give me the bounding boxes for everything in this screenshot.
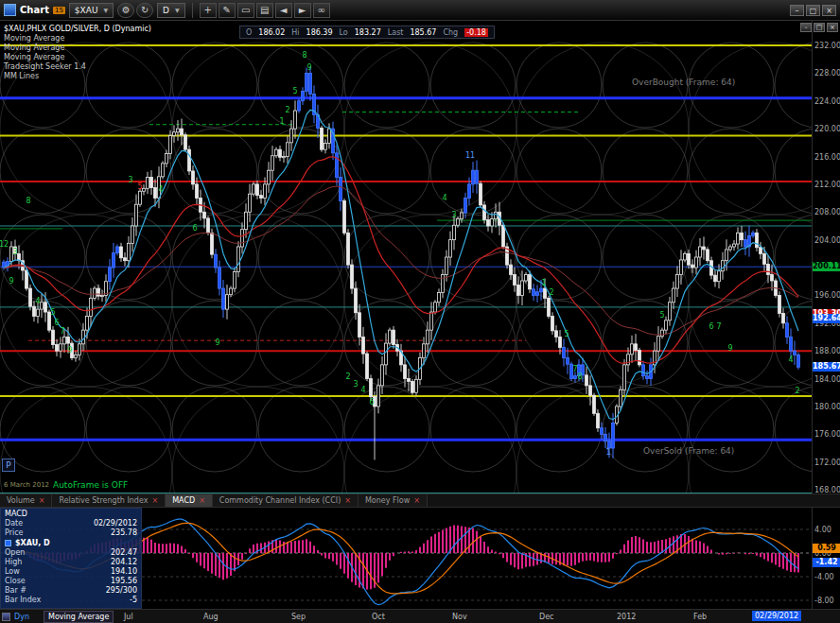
price-tick-label: 180.00 [814, 403, 840, 411]
seeker-mark: 4 [158, 185, 163, 194]
forward-icon[interactable]: ► [294, 3, 311, 18]
databox-cursor-rows: Date02/29/2012Price235.78 [5, 519, 137, 538]
quote-value: 186.39 [306, 28, 333, 37]
price-tick-label: 228.00 [814, 69, 840, 78]
seeker-mark: 1 [279, 117, 284, 126]
overbought-label: OverBought (Frame: 64) [632, 78, 735, 87]
tab-commodity-channel-index-cci-[interactable]: Commodity Channel Index (CCI)× [213, 494, 359, 507]
symbol-dropdown[interactable]: $XAU ▼ [69, 3, 114, 18]
legend-item: Moving Average [4, 34, 151, 43]
quote-bar: O186.02Hi186.39Lo183.27Last185.67Chg-0.1… [239, 26, 495, 39]
price-tick-label: 232.00 [814, 42, 840, 50]
seeker-mark: 1 [605, 448, 610, 457]
seeker-mark: 5 [659, 311, 664, 320]
interval-dropdown[interactable]: D ▼ [157, 3, 185, 18]
macd-axis: 4.000.00-4.00-8.000.59-1.42 [812, 508, 840, 609]
seeker-mark: 4 [35, 297, 40, 305]
keyboard-icon[interactable]: ▤ [256, 3, 273, 18]
price-axis: 232.00228.00224.00220.00216.00212.00208.… [812, 21, 840, 493]
tab-label: Commodity Channel Index (CCI) [219, 496, 341, 505]
seeker-mark: 7 [716, 322, 721, 331]
price-chart-panel: 1239845679354691258923464311125781567942… [0, 21, 812, 493]
timeline-month-label: Feb [693, 613, 707, 621]
price-badge: 185.67 [813, 362, 840, 372]
databox-row: Date02/29/2012 [5, 519, 137, 528]
databox-row-value: 295/300 [106, 586, 137, 596]
chart-window-icon [4, 4, 16, 16]
seeker-mark: 7 [60, 327, 64, 336]
crosshair-icon[interactable]: + [200, 3, 217, 18]
seeker-mark: 9 [215, 338, 219, 347]
cursor-date-badge: 02/29/2012 [752, 611, 801, 621]
seeker-mark: 6 [192, 224, 197, 233]
tab-macd[interactable]: MACD× [166, 494, 213, 507]
link-icon[interactable]: ∞ [313, 3, 330, 18]
window-title: Chart [20, 5, 49, 15]
toolbar-separator [192, 3, 193, 18]
quote-value: 185.67 [410, 28, 436, 37]
time-axis: Dyn Moving Average 02/29/2012 JulAugSepO… [0, 609, 840, 623]
seeker-mark: 11 [465, 151, 475, 160]
chart-legend: $XAU,PHLX GOLD/SILVER, D (Dynamic) Movin… [4, 25, 151, 81]
chart-application-window: Chart 15 $XAU ▼ ⚙↻ D ▼ +✎▭▤◄►∞ –□× –□× 1… [0, 0, 840, 623]
seeker-mark: 6 [54, 319, 59, 327]
tab-volume[interactable]: Volume× [0, 494, 52, 507]
gear-icon[interactable]: ⚙ [117, 3, 134, 18]
seeker-mark: 8 [302, 51, 306, 60]
tab-money-flow[interactable]: Money Flow× [359, 494, 428, 507]
seeker-mark: 3 [12, 248, 17, 256]
child-close-button[interactable]: × [827, 23, 838, 32]
seeker-mark: 9 [9, 277, 13, 286]
price-tick-label: 196.00 [814, 291, 840, 300]
price-tick-label: 184.00 [814, 375, 840, 384]
series-icon [5, 540, 11, 546]
maximize-button[interactable]: □ [806, 5, 820, 16]
p-button[interactable]: P [2, 459, 15, 472]
tab-close-icon[interactable]: × [39, 496, 45, 505]
dyn-button[interactable]: Dyn [14, 613, 29, 621]
macd-badge: 0.59 [813, 544, 840, 553]
pencil-icon[interactable]: ✎ [219, 3, 236, 18]
price-tick-label: 204.00 [814, 236, 840, 245]
symbol-value: $XAU [75, 6, 98, 15]
tab-label: Relative Strength Index [59, 496, 148, 505]
seeker-mark: 8 [26, 197, 30, 205]
databox-ohlc-rows: Open202.47High204.12Low194.10Close195.56… [5, 548, 137, 605]
seeker-mark: 9 [727, 344, 732, 353]
databox-row-value: -5 [130, 596, 137, 605]
tab-label: Volume [7, 496, 35, 505]
grid-icon[interactable] [2, 613, 10, 621]
price-tick-label: 176.00 [814, 430, 840, 439]
seeker-mark: 12 [0, 240, 9, 249]
legend-item: Moving Average [4, 53, 151, 62]
chart-title: $XAU,PHLX GOLD/SILVER, D (Dynamic) [4, 25, 151, 34]
back-icon[interactable]: ◄ [275, 3, 292, 18]
timeline-month-label: Oct [372, 613, 385, 621]
refresh-icon[interactable]: ↻ [136, 3, 153, 18]
tab-close-icon[interactable]: × [344, 496, 351, 505]
minimize-button[interactable]: – [790, 5, 804, 16]
autoframe-status: AutoFrame is OFF [53, 480, 128, 490]
corner-date: 6 March 2012 [4, 481, 49, 489]
seeker-mark: 2 [795, 387, 799, 395]
seeker-mark: 3 [128, 176, 132, 184]
seeker-mark: 5 [564, 330, 569, 338]
tab-relative-strength-index[interactable]: Relative Strength Index× [52, 494, 166, 507]
child-maximize-button[interactable]: □ [814, 23, 825, 32]
databox-row: High204.12 [5, 558, 137, 567]
child-minimize-button[interactable]: – [800, 23, 812, 32]
tab-close-icon[interactable]: × [413, 496, 420, 505]
tab-close-icon[interactable]: × [199, 496, 205, 505]
close-button[interactable]: × [822, 5, 836, 16]
tab-close-icon[interactable]: × [151, 496, 158, 505]
eraser-icon[interactable]: ▭ [237, 3, 254, 18]
databox-row-label: Price [5, 528, 24, 538]
quote-value: 186.02 [258, 28, 285, 37]
databox-row: Bar #295/300 [5, 586, 137, 596]
quote-label: Chg [443, 28, 458, 37]
timeline-month-label: Aug [203, 613, 219, 621]
price-chart-canvas[interactable]: 1239845679354691258923464311125781567942 [0, 21, 812, 493]
quote-label: Lo [340, 28, 348, 37]
seeker-mark: 5 [137, 182, 142, 191]
databox-row-label: High [5, 558, 22, 567]
